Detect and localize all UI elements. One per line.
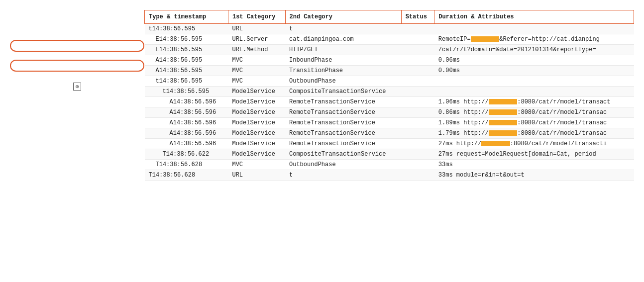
- cell-duration: 0.06ms: [434, 55, 634, 66]
- cell-duration: 27ms request=ModelRequest[domain=Cat, pe…: [434, 149, 634, 160]
- cell-timestamp: E14:38:56.595: [145, 45, 228, 55]
- table-row: t14:38:56.595ModelServiceCompositeTransa…: [145, 87, 634, 97]
- cell-cat1: URL.Server: [228, 34, 285, 45]
- cell-cat1: ModelService: [228, 107, 285, 118]
- table-row: T14:38:56.628MVCOutboundPhase33ms: [145, 160, 634, 170]
- cell-duration: [434, 87, 634, 97]
- cell-status: [401, 118, 434, 128]
- cell-timestamp: A14:38:56.596: [145, 107, 228, 118]
- cell-cat2: RemoteTransactionService: [285, 139, 401, 149]
- cell-cat2: HTTP/GET: [285, 45, 401, 55]
- cell-timestamp: T14:38:56.622: [145, 149, 228, 160]
- cell-status: [401, 55, 434, 66]
- table-row: A14:38:56.596ModelServiceRemoteTransacti…: [145, 128, 634, 139]
- cell-status: [401, 128, 434, 139]
- header-status: Status: [401, 10, 434, 24]
- cell-duration: 33ms: [434, 160, 634, 170]
- expand-button[interactable]: ⊕: [73, 83, 81, 91]
- table-row: A14:38:56.596ModelServiceRemoteTransacti…: [145, 139, 634, 149]
- cell-cat2: RemoteTransactionService: [285, 97, 401, 107]
- table-row: A14:38:56.595MVCTransitionPhase0.00ms: [145, 66, 634, 76]
- expand-icon-container: ⊕: [10, 83, 144, 91]
- cell-timestamp: t14:38:56.595: [145, 24, 228, 34]
- cell-cat1: MVC: [228, 55, 285, 66]
- cell-cat2: CompositeTransactionService: [285, 87, 401, 97]
- header-duration: Duration & Attributes: [434, 10, 634, 24]
- cell-duration: 1.79ms http:// :8080/cat/r/model/transac: [434, 128, 634, 139]
- table-row: E14:38:56.595URL.MethodHTTP/GET/cat/r/t?…: [145, 45, 634, 55]
- cell-timestamp: t14:38:56.595: [145, 87, 228, 97]
- cell-duration: RemoteIP= &Referer=http://cat.dianping: [434, 34, 634, 45]
- table-row: T14:38:56.628URLt33ms module=r&in=t&out=…: [145, 170, 634, 181]
- cell-status: [401, 34, 434, 45]
- cell-cat1: ModelService: [228, 97, 285, 107]
- cell-cat2: t: [285, 170, 401, 181]
- cell-cat2: RemoteTransactionService: [285, 107, 401, 118]
- cell-status: [401, 87, 434, 97]
- table-header-row: Type & timestamp 1st Category 2nd Catego…: [145, 10, 634, 24]
- table-row: t14:38:56.595URLt: [145, 24, 634, 34]
- legend-box-2: [10, 60, 144, 72]
- cell-status: [401, 149, 434, 160]
- cell-timestamp: A14:38:56.596: [145, 118, 228, 128]
- cell-status: [401, 107, 434, 118]
- cell-timestamp: A14:38:56.596: [145, 139, 228, 149]
- cell-status: [401, 66, 434, 76]
- cell-cat1: ModelService: [228, 139, 285, 149]
- cell-cat1: ModelService: [228, 118, 285, 128]
- cell-timestamp: A14:38:56.596: [145, 128, 228, 139]
- cell-duration: [434, 76, 634, 87]
- cell-cat1: URL: [228, 170, 285, 181]
- cell-cat1: ModelService: [228, 87, 285, 97]
- cell-cat2: RemoteTransactionService: [285, 128, 401, 139]
- cell-status: [401, 45, 434, 55]
- cell-cat2: InboundPhase: [285, 55, 401, 66]
- cell-timestamp: A14:38:56.596: [145, 97, 228, 107]
- transaction-table: Type & timestamp 1st Category 2nd Catego…: [144, 10, 634, 181]
- cell-cat1: MVC: [228, 66, 285, 76]
- right-panel: Type & timestamp 1st Category 2nd Catego…: [144, 10, 634, 181]
- cell-timestamp: t14:38:56.595: [145, 76, 228, 87]
- cell-duration: 27ms http:// :8080/cat/r/model/transacti: [434, 139, 634, 149]
- cell-timestamp: A14:38:56.595: [145, 66, 228, 76]
- cell-duration: [434, 24, 634, 34]
- cell-cat1: URL: [228, 24, 285, 34]
- header-cat2: 2nd Category: [285, 10, 401, 24]
- header-timestamp: Type & timestamp: [145, 10, 228, 24]
- cell-cat1: MVC: [228, 160, 285, 170]
- cell-duration: 0.86ms http:// :8080/cat/r/model/transac: [434, 107, 634, 118]
- table-row: A14:38:56.596ModelServiceRemoteTransacti…: [145, 107, 634, 118]
- cell-duration: 1.89ms http:// :8080/cat/r/model/transac: [434, 118, 634, 128]
- cell-timestamp: A14:38:56.595: [145, 55, 228, 66]
- cell-duration: 1.06ms http:// :8080/cat/r/model/transac…: [434, 97, 634, 107]
- table-row: A14:38:56.596ModelServiceRemoteTransacti…: [145, 97, 634, 107]
- cell-cat2: TransitionPhase: [285, 66, 401, 76]
- cell-cat2: OutboundPhase: [285, 76, 401, 87]
- table-row: A14:38:56.595MVCInboundPhase0.06ms: [145, 55, 634, 66]
- table-row: A14:38:56.596ModelServiceRemoteTransacti…: [145, 118, 634, 128]
- cell-cat2: RemoteTransactionService: [285, 118, 401, 128]
- cell-status: [401, 24, 434, 34]
- cell-duration: 33ms module=r&in=t&out=t: [434, 170, 634, 181]
- cell-status: [401, 139, 434, 149]
- cell-cat1: URL.Method: [228, 45, 285, 55]
- table-row: T14:38:56.622ModelServiceCompositeTransa…: [145, 149, 634, 160]
- cell-cat1: ModelService: [228, 128, 285, 139]
- cell-duration: /cat/r/t?domain=&date=2012101314&reportT…: [434, 45, 634, 55]
- cell-timestamp: T14:38:56.628: [145, 170, 228, 181]
- cell-timestamp: E14:38:56.595: [145, 34, 228, 45]
- cell-cat2: OutboundPhase: [285, 160, 401, 170]
- cell-cat2: CompositeTransactionService: [285, 149, 401, 160]
- cell-duration: 0.00ms: [434, 66, 634, 76]
- table-row: t14:38:56.595MVCOutboundPhase: [145, 76, 634, 87]
- cell-cat2: t: [285, 24, 401, 34]
- cell-cat1: ModelService: [228, 149, 285, 160]
- cell-timestamp: T14:38:56.628: [145, 160, 228, 170]
- left-panel: ⊕: [10, 10, 144, 91]
- cell-status: [401, 76, 434, 87]
- cell-status: [401, 160, 434, 170]
- cell-cat2: cat.dianpingoa.com: [285, 34, 401, 45]
- header-cat1: 1st Category: [228, 10, 285, 24]
- cell-status: [401, 170, 434, 181]
- table-row: E14:38:56.595URL.Servercat.dianpingoa.co…: [145, 34, 634, 45]
